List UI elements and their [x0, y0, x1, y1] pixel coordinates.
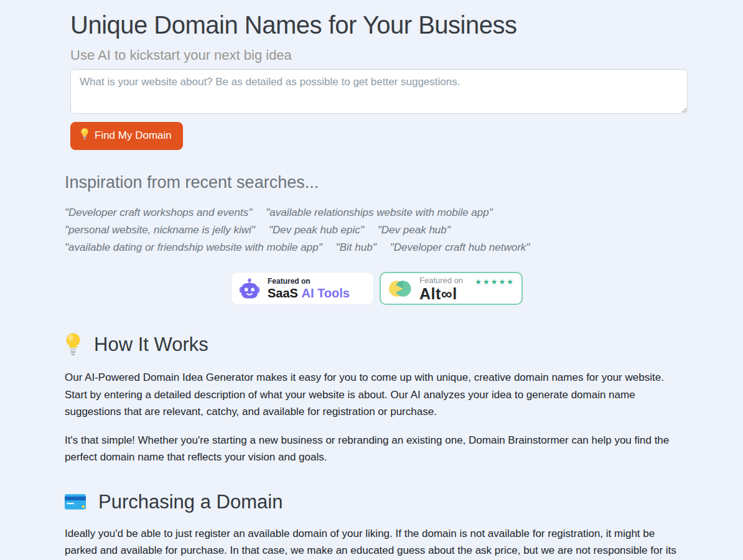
recent-search-quote: "Bit hub" — [336, 239, 376, 256]
badge-text: Featured on Alt∞l — [419, 276, 463, 302]
how-it-works-paragraph: It's that simple! Whether you're startin… — [65, 432, 688, 466]
recent-searches-list: "Developer craft workshops and events" "… — [65, 204, 656, 256]
five-star-rating: ★★★★★ — [475, 278, 515, 286]
purchasing-heading: Purchasing a Domain — [65, 491, 689, 513]
purchasing-paragraph: Ideally you'd be able to just register a… — [65, 525, 688, 560]
recent-search-quote: "personal website, nickname is jelly kiw… — [65, 222, 255, 239]
recent-search-quote: "Dev peak hub epic" — [269, 222, 364, 239]
find-my-domain-button[interactable]: Find My Domain — [70, 122, 183, 150]
featured-on-label: Featured on — [419, 276, 463, 286]
how-it-works-paragraph: Our AI-Powered Domain Idea Generator mak… — [65, 369, 688, 421]
credit-card-icon — [65, 493, 86, 510]
hero-section: Unique Domain Names for Your Business Us… — [65, 11, 689, 150]
recent-search-quote: "available relationships website with mo… — [266, 204, 493, 222]
featured-badge-aitool[interactable]: Featured on Alt∞l ★★★★★ — [380, 272, 523, 305]
lightbulb-icon — [80, 128, 89, 144]
recent-search-quote: "available dating or friendship website … — [65, 239, 322, 256]
recent-search-quote: "Developer craft hub network" — [390, 239, 530, 256]
page-title: Unique Domain Names for Your Business — [70, 11, 689, 39]
lightbulb-icon — [65, 332, 82, 357]
find-my-domain-label: Find My Domain — [95, 129, 172, 142]
how-it-works-heading: How It Works — [65, 332, 689, 357]
website-description-input[interactable] — [70, 69, 688, 114]
badge-text: Featured on SaaS AI Tools — [268, 277, 350, 300]
how-it-works-section: How It Works Our AI-Powered Domain Idea … — [65, 332, 689, 466]
content: Unique Domain Names for Your Business Us… — [65, 11, 689, 560]
saas-ai-tools-brand: SaaS AI Tools — [268, 286, 350, 300]
featured-badge-saas-ai-tools[interactable]: Featured on SaaS AI Tools — [231, 272, 374, 305]
featured-on-label: Featured on — [268, 277, 350, 286]
recent-search-quote: "Dev peak hub" — [378, 222, 451, 239]
page: Unique Domain Names for Your Business Us… — [0, 11, 743, 560]
aitool-logo-icon — [388, 278, 412, 300]
aitool-brand: Alt∞l — [419, 286, 463, 302]
inspiration-section: Inspiration from recent searches... "Dev… — [65, 173, 689, 256]
featured-badges-row: Featured on SaaS AI Tools Featured on Al… — [65, 272, 689, 305]
recent-search-quote: "Developer craft workshops and events" — [65, 204, 252, 222]
page-subtitle: Use AI to kickstart your next big idea — [70, 47, 689, 63]
purchasing-section: Purchasing a Domain Ideally you'd be abl… — [65, 491, 689, 560]
robot-icon — [239, 278, 260, 299]
inspiration-heading: Inspiration from recent searches... — [65, 173, 689, 192]
